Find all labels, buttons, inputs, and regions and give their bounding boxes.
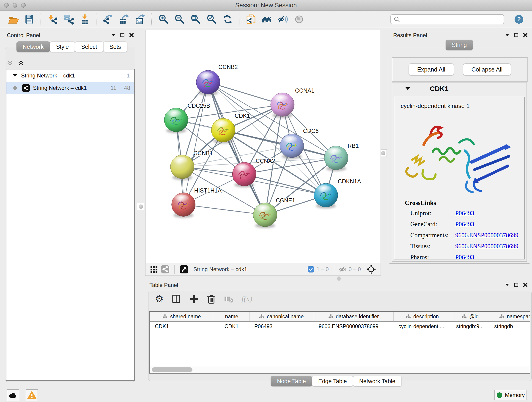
column-header-canonical-name[interactable]: canonical name <box>249 312 314 321</box>
table-horizontal-scrollbar[interactable] <box>150 366 530 373</box>
birdseye-view-button[interactable] <box>180 265 188 274</box>
network-row[interactable]: String Network – cdk1 11 48 <box>6 82 134 94</box>
refresh-button[interactable] <box>222 13 233 25</box>
tab-edge-table[interactable]: Edge Table <box>312 376 353 386</box>
add-icon <box>189 294 199 304</box>
crosslink-value[interactable]: P06493 <box>455 210 474 217</box>
home-view-button[interactable] <box>261 13 273 25</box>
refresh-icon <box>222 14 233 25</box>
zoom-selected-button[interactable] <box>206 13 217 25</box>
fit-selected-button[interactable] <box>366 264 376 274</box>
column-header-description[interactable]: description <box>393 312 451 321</box>
scrollbar-thumb[interactable] <box>152 367 192 372</box>
grid-view-button[interactable] <box>150 265 158 274</box>
tab-network[interactable]: Network <box>17 41 50 52</box>
toggle-display-button[interactable] <box>293 13 305 25</box>
tab-select[interactable]: Select <box>75 41 103 52</box>
gene-section-header[interactable]: CDK1 <box>392 83 526 95</box>
export-network-button[interactable] <box>102 13 114 25</box>
trash-button[interactable] <box>206 294 217 304</box>
node-CCNB1[interactable] <box>171 155 194 180</box>
cloud-icon <box>8 392 18 399</box>
float-panel-icon[interactable] <box>514 33 518 37</box>
node-CDC6[interactable] <box>280 134 304 159</box>
tab-style[interactable]: Style <box>50 41 75 52</box>
crosslink-value[interactable]: 9606.ENSP00000378699 <box>455 243 518 250</box>
zoom-fit-button[interactable] <box>190 13 201 25</box>
column-header-namespace[interactable]: namespace <box>489 312 530 321</box>
control-panel-title: Control Panel <box>7 32 40 38</box>
export-table-button[interactable] <box>118 13 130 25</box>
table-row[interactable]: CDK1CDK1P064939606.ENSP00000378699cyclin… <box>150 322 530 331</box>
zoom-in-button[interactable] <box>158 13 169 25</box>
network-view-toolbar: String Network – cdk1 1 – 0 0 – 0 <box>145 263 381 276</box>
edge-HIST1H1A-CCNE1[interactable] <box>184 204 265 215</box>
node-RB1[interactable] <box>324 146 348 171</box>
tab-node-table[interactable]: Node Table <box>271 376 312 386</box>
import-table-icon <box>79 14 90 25</box>
collapse-all-button[interactable]: Collapse All <box>463 64 511 75</box>
hidden-eye-icon[interactable] <box>339 266 346 273</box>
float-panel-icon[interactable] <box>514 283 518 287</box>
panel-menu-icon[interactable] <box>505 34 509 36</box>
gear-button[interactable]: ⚙ <box>154 294 165 304</box>
crosslink-value[interactable]: P06493 <box>455 221 474 228</box>
close-panel-icon[interactable] <box>523 283 527 287</box>
close-panel-icon[interactable] <box>523 33 527 37</box>
cloud-button[interactable] <box>7 389 19 401</box>
panel-menu-icon[interactable] <box>505 284 509 286</box>
node-CCNA1[interactable] <box>271 93 294 118</box>
column-header-database-identifier[interactable]: database identifier <box>314 312 393 321</box>
node-HIST1H1A[interactable] <box>172 193 196 218</box>
edge-CCNB2-HIST1H1A[interactable] <box>184 82 208 205</box>
memory-label: Memory <box>505 392 525 398</box>
column-header-shared-name[interactable]: shared name <box>150 312 214 321</box>
save-button[interactable] <box>23 13 35 25</box>
network-collection-row[interactable]: String Network – cdk1 1 <box>6 70 134 82</box>
tab-network-table[interactable]: Network Table <box>353 376 402 386</box>
bottom-splitter-handle[interactable] <box>337 276 341 281</box>
warning-button[interactable] <box>26 389 38 401</box>
export-image-button[interactable] <box>134 13 146 25</box>
network-canvas[interactable]: CCNB2CCNA1CDC25BCDK1CDC6RB1CCNB1CCNA2CDK… <box>145 30 381 263</box>
section-caret-icon[interactable] <box>405 87 410 90</box>
expand-all-button[interactable]: Expand All <box>409 64 454 75</box>
tree-caret-icon[interactable] <box>13 74 17 77</box>
column-header-name[interactable]: name <box>214 312 249 321</box>
crosslinks-heading: CrossLinks <box>405 199 525 206</box>
zoom-out-button[interactable] <box>174 13 185 25</box>
import-network-button[interactable] <box>47 13 58 25</box>
edge-CCNB2-CCNE1[interactable] <box>208 82 265 215</box>
columns-button[interactable] <box>171 294 182 304</box>
clone-network-button[interactable] <box>245 13 257 25</box>
selected-checkbox-icon[interactable] <box>308 266 314 273</box>
column-header-id[interactable]: @id <box>451 312 489 321</box>
node-CDKN1A[interactable] <box>314 183 338 209</box>
add-button[interactable] <box>189 294 199 304</box>
edge-CDK1-RB1[interactable] <box>223 130 336 158</box>
crosslink-value[interactable]: 9606.ENSP00000378699 <box>455 232 518 239</box>
collapse-all-icon[interactable] <box>7 60 13 66</box>
panel-menu-icon[interactable] <box>111 34 115 36</box>
open-folder-button[interactable] <box>7 13 19 25</box>
float-panel-icon[interactable] <box>120 33 124 37</box>
string-view-button[interactable] <box>161 265 169 274</box>
tab-sets[interactable]: Sets <box>103 41 127 52</box>
crosslink-value[interactable]: P06493 <box>455 254 474 259</box>
tab-string[interactable]: String <box>446 40 473 50</box>
node-CCNA2[interactable] <box>232 162 256 187</box>
hide-unhide-button[interactable] <box>277 13 289 25</box>
close-panel-icon[interactable] <box>129 33 133 37</box>
search-field[interactable] <box>402 16 501 23</box>
node-CDK1[interactable] <box>211 118 235 143</box>
left-splitter-handle[interactable] <box>137 203 144 210</box>
search-input[interactable] <box>390 14 504 24</box>
node-CCNE1[interactable] <box>253 203 277 228</box>
node-CDC25B[interactable] <box>164 108 188 133</box>
node-CCNB2[interactable] <box>196 70 220 96</box>
import-table-button[interactable] <box>79 13 90 25</box>
expand-all-icon[interactable] <box>18 60 24 66</box>
help-button[interactable]: ? <box>513 13 525 25</box>
import-database-button[interactable] <box>63 13 74 25</box>
memory-button[interactable]: Memory <box>494 390 527 400</box>
